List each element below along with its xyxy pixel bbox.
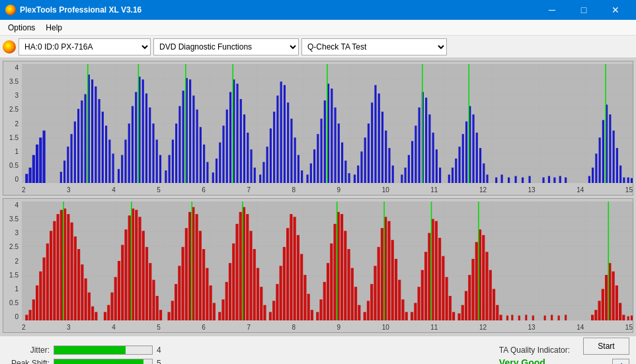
svg-rect-71 [216, 159, 218, 183]
svg-rect-32 [74, 122, 76, 183]
svg-rect-348 [622, 315, 625, 320]
svg-rect-101 [324, 100, 326, 183]
svg-rect-250 [213, 303, 216, 320]
svg-rect-324 [482, 235, 485, 320]
svg-rect-158 [595, 154, 597, 183]
svg-rect-66 [196, 110, 198, 183]
svg-rect-163 [613, 131, 615, 183]
bottom-chart-svg [22, 201, 633, 320]
svg-rect-133 [448, 174, 450, 183]
svg-rect-115 [374, 85, 376, 183]
svg-rect-332 [518, 316, 520, 320]
svg-rect-24 [32, 155, 35, 183]
x-label-2b: 2 [22, 324, 26, 331]
svg-rect-260 [249, 231, 252, 320]
svg-rect-300 [395, 259, 397, 320]
x-label-14: 14 [576, 186, 584, 194]
svg-rect-38 [95, 87, 97, 183]
svg-rect-314 [446, 277, 448, 320]
svg-rect-249 [210, 285, 212, 320]
svg-rect-271 [290, 214, 292, 320]
drive-select[interactable]: HA:0 ID:0 PX-716A [19, 38, 151, 55]
x-label-4b: 4 [112, 324, 116, 331]
svg-rect-123 [408, 155, 410, 183]
svg-rect-294 [374, 266, 376, 320]
svg-rect-55 [156, 139, 158, 183]
x-label-12b: 12 [479, 324, 487, 331]
minimize-button[interactable]: ─ [537, 0, 567, 20]
svg-rect-268 [280, 266, 282, 320]
svg-rect-288 [351, 268, 354, 320]
svg-rect-77 [236, 84, 238, 183]
y-label-3: 3 [5, 92, 20, 99]
close-button[interactable]: ✕ [600, 0, 631, 20]
svg-rect-346 [616, 285, 618, 320]
svg-rect-41 [105, 126, 107, 183]
svg-rect-26 [39, 137, 42, 183]
svg-rect-282 [330, 244, 333, 320]
svg-rect-131 [436, 149, 438, 183]
bottom-chart: 4 3.5 3 2.5 2 1.5 1 0.5 0 [3, 198, 633, 333]
menu-options[interactable]: Options [3, 20, 40, 35]
y-label-3b: 3 [5, 229, 20, 237]
svg-rect-81 [250, 149, 252, 183]
svg-rect-342 [602, 289, 604, 320]
svg-rect-144 [486, 174, 488, 183]
svg-rect-266 [272, 301, 275, 320]
svg-rect-145 [495, 178, 497, 183]
x-label-6b: 6 [202, 324, 206, 331]
menu-help[interactable]: Help [40, 20, 67, 35]
svg-rect-135 [455, 159, 457, 183]
svg-rect-209 [60, 210, 63, 320]
svg-rect-236 [159, 310, 162, 320]
right-buttons-area: Start i [583, 338, 629, 364]
x-label-9b: 9 [337, 324, 341, 331]
svg-rect-110 [357, 166, 359, 183]
peakshift-filled [54, 359, 143, 364]
svg-rect-247 [202, 249, 205, 320]
svg-rect-320 [468, 275, 471, 320]
svg-rect-116 [378, 93, 380, 183]
svg-rect-327 [493, 289, 495, 320]
svg-rect-159 [599, 137, 601, 183]
y-label-2b: 2 [5, 258, 20, 265]
svg-rect-255 [232, 244, 235, 320]
y-label-05b: 0.5 [5, 299, 20, 307]
svg-rect-304 [411, 312, 413, 320]
y-label-0: 0 [5, 176, 20, 183]
start-button[interactable]: Start [583, 338, 629, 355]
svg-rect-229 [135, 210, 138, 320]
title-bar-text: PlexTools Professional XL V3.16 [20, 5, 537, 15]
svg-rect-72 [219, 143, 221, 183]
svg-rect-335 [544, 316, 546, 320]
y-label-1: 1 [5, 148, 20, 155]
svg-rect-35 [85, 94, 87, 183]
svg-rect-150 [529, 176, 531, 183]
x-label-3b: 3 [67, 324, 71, 331]
svg-rect-219 [95, 312, 97, 320]
info-button[interactable]: i [612, 359, 629, 364]
svg-rect-232 [145, 247, 148, 320]
svg-rect-113 [368, 124, 370, 183]
title-bar-controls: ─ □ ✕ [537, 0, 631, 20]
svg-rect-265 [269, 312, 272, 320]
svg-rect-315 [449, 296, 452, 320]
function-select[interactable]: DVD Diagnostic Functions [153, 38, 299, 55]
svg-rect-96 [307, 174, 309, 183]
svg-rect-299 [391, 240, 394, 320]
svg-rect-141 [476, 133, 478, 183]
svg-rect-27 [43, 131, 46, 183]
svg-rect-80 [247, 133, 249, 183]
x-label-7b: 7 [247, 324, 251, 331]
svg-rect-84 [262, 162, 264, 183]
svg-rect-301 [398, 280, 401, 320]
svg-rect-130 [432, 133, 434, 183]
y-label-15b: 1.5 [5, 272, 20, 279]
svg-rect-273 [297, 235, 299, 320]
svg-rect-99 [317, 134, 319, 183]
svg-rect-51 [142, 79, 144, 183]
test-select[interactable]: Q-Check TA Test [301, 38, 447, 55]
maximize-button[interactable]: □ [569, 0, 599, 20]
svg-rect-215 [81, 264, 83, 320]
svg-rect-262 [257, 268, 259, 320]
